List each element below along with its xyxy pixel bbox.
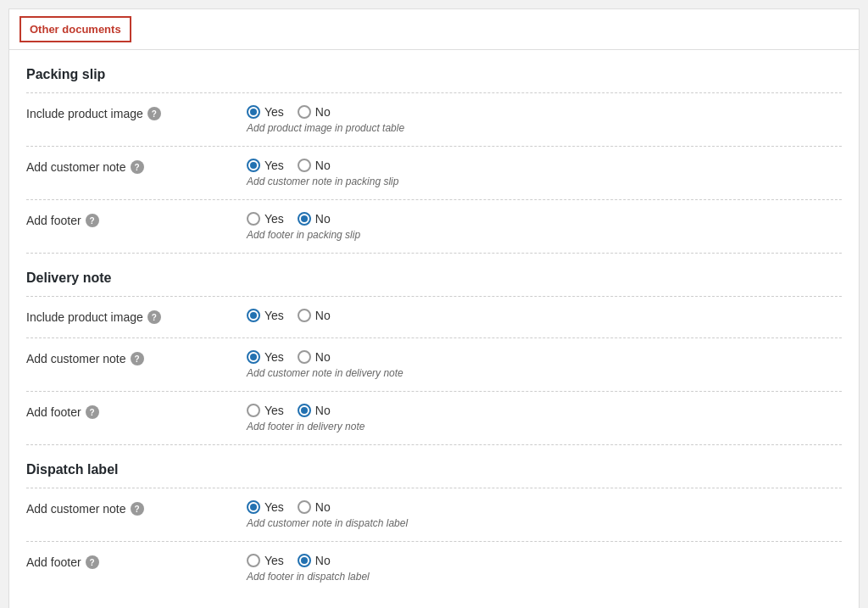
form-row-ps-include-product-image: Include product image?YesNoAdd product i… — [26, 93, 842, 147]
form-control-dn-add-footer: YesNoAdd footer in delivery note — [247, 404, 842, 432]
radio-yes-text-dl-add-customer-note: Yes — [264, 500, 284, 514]
radio-yes-ps-add-footer[interactable] — [247, 212, 260, 226]
label-text-dn-add-customer-note: Add customer note — [26, 352, 126, 365]
form-control-dl-add-footer: YesNoAdd footer in dispatch label — [247, 554, 842, 583]
radio-no-label-dn-include-product-image[interactable]: No — [298, 309, 331, 322]
hint-dl-add-footer: Add footer in dispatch label — [247, 571, 842, 583]
label-text-dl-add-customer-note: Add customer note — [26, 502, 126, 516]
form-label-ps-add-footer: Add footer? — [26, 212, 247, 227]
form-row-dn-add-customer-note: Add customer note?YesNoAdd customer note… — [26, 338, 842, 392]
hint-ps-add-customer-note: Add customer note in packing slip — [247, 176, 842, 187]
radio-no-label-dl-add-footer[interactable]: No — [298, 554, 331, 567]
radio-yes-label-ps-include-product-image[interactable]: Yes — [247, 105, 284, 119]
help-icon-ps-include-product-image[interactable]: ? — [147, 107, 161, 120]
other-documents-tab[interactable]: Other documents — [19, 16, 131, 42]
radio-yes-label-dn-add-footer[interactable]: Yes — [247, 404, 284, 417]
radio-no-text-dn-add-footer: No — [315, 404, 331, 417]
help-icon-dn-add-customer-note[interactable]: ? — [131, 352, 144, 365]
radio-no-dn-add-customer-note[interactable] — [298, 350, 311, 364]
radio-yes-dn-add-customer-note[interactable] — [247, 350, 260, 364]
radio-no-text-dl-add-customer-note: No — [315, 500, 331, 514]
help-icon-dl-add-footer[interactable]: ? — [86, 555, 99, 569]
form-row-dn-include-product-image: Include product image?YesNo — [26, 297, 842, 338]
form-label-dl-add-footer: Add footer? — [26, 554, 247, 569]
form-control-dn-add-customer-note: YesNoAdd customer note in delivery note — [247, 350, 842, 379]
label-text-ps-include-product-image: Include product image — [26, 107, 143, 120]
radio-yes-text-dn-add-footer: Yes — [264, 404, 284, 417]
radio-yes-text-dn-include-product-image: Yes — [264, 309, 284, 322]
label-text-dn-include-product-image: Include product image — [26, 310, 143, 324]
form-control-dn-include-product-image: YesNo — [247, 309, 842, 326]
radio-yes-ps-include-product-image[interactable] — [247, 105, 260, 119]
radio-yes-dl-add-customer-note[interactable] — [247, 500, 260, 514]
hint-dn-add-footer: Add footer in delivery note — [247, 421, 842, 432]
radio-yes-dn-include-product-image[interactable] — [247, 309, 260, 322]
radio-yes-label-dn-include-product-image[interactable]: Yes — [247, 309, 284, 322]
radio-no-ps-add-footer[interactable] — [298, 212, 311, 226]
radio-no-text-ps-add-footer: No — [315, 212, 331, 226]
radio-no-label-dn-add-customer-note[interactable]: No — [298, 350, 331, 364]
page-wrapper: Other documents Packing slipInclude prod… — [8, 8, 860, 608]
radio-yes-label-dl-add-customer-note[interactable]: Yes — [247, 500, 284, 514]
hint-ps-add-footer: Add footer in packing slip — [247, 229, 842, 241]
help-icon-dn-include-product-image[interactable]: ? — [147, 310, 161, 324]
help-icon-ps-add-customer-note[interactable]: ? — [131, 160, 144, 174]
label-text-dn-add-footer: Add footer — [26, 405, 81, 419]
form-row-ps-add-customer-note: Add customer note?YesNoAdd customer note… — [26, 147, 842, 200]
radio-no-ps-add-customer-note[interactable] — [298, 159, 311, 172]
section-title-dispatch-label: Dispatch label — [26, 462, 842, 477]
radio-yes-label-dl-add-footer[interactable]: Yes — [247, 554, 284, 567]
section-title-packing-slip: Packing slip — [26, 67, 842, 82]
radio-no-dl-add-footer[interactable] — [298, 554, 311, 567]
help-icon-dn-add-footer[interactable]: ? — [86, 405, 99, 419]
radio-no-label-dl-add-customer-note[interactable]: No — [298, 500, 331, 514]
form-label-dn-include-product-image: Include product image? — [26, 309, 247, 324]
form-label-dl-add-customer-note: Add customer note? — [26, 500, 247, 516]
radio-no-text-ps-add-customer-note: No — [315, 159, 331, 172]
radio-no-label-ps-add-customer-note[interactable]: No — [298, 159, 331, 172]
form-row-ps-add-footer: Add footer?YesNoAdd footer in packing sl… — [26, 200, 842, 254]
form-row-dl-add-customer-note: Add customer note?YesNoAdd customer note… — [26, 488, 842, 542]
content-area: Packing slipInclude product image?YesNoA… — [9, 50, 859, 608]
radio-no-ps-include-product-image[interactable] — [298, 105, 311, 119]
radio-yes-text-dn-add-customer-note: Yes — [264, 350, 284, 364]
radio-yes-label-ps-add-customer-note[interactable]: Yes — [247, 159, 284, 172]
form-row-dl-add-footer: Add footer?YesNoAdd footer in dispatch l… — [26, 542, 842, 594]
radio-yes-text-ps-add-customer-note: Yes — [264, 159, 284, 172]
hint-dl-add-customer-note: Add customer note in dispatch label — [247, 517, 842, 529]
form-control-ps-add-footer: YesNoAdd footer in packing slip — [247, 212, 842, 241]
radio-no-text-ps-include-product-image: No — [315, 105, 331, 119]
radio-no-text-dn-include-product-image: No — [315, 309, 331, 322]
form-label-dn-add-footer: Add footer? — [26, 404, 247, 419]
hint-dn-add-customer-note: Add customer note in delivery note — [247, 367, 842, 379]
form-control-ps-add-customer-note: YesNoAdd customer note in packing slip — [247, 159, 842, 187]
help-icon-dl-add-customer-note[interactable]: ? — [131, 502, 144, 516]
help-icon-ps-add-footer[interactable]: ? — [86, 214, 99, 227]
radio-no-label-dn-add-footer[interactable]: No — [298, 404, 331, 417]
form-label-ps-include-product-image: Include product image? — [26, 105, 247, 120]
form-row-dn-add-footer: Add footer?YesNoAdd footer in delivery n… — [26, 392, 842, 445]
radio-yes-label-ps-add-footer[interactable]: Yes — [247, 212, 284, 226]
radio-yes-text-dl-add-footer: Yes — [264, 554, 284, 567]
section-title-delivery-note: Delivery note — [26, 271, 842, 286]
radio-no-text-dl-add-footer: No — [315, 554, 331, 567]
radio-yes-dn-add-footer[interactable] — [247, 404, 260, 417]
form-label-ps-add-customer-note: Add customer note? — [26, 159, 247, 174]
radio-yes-ps-add-customer-note[interactable] — [247, 159, 260, 172]
form-label-dn-add-customer-note: Add customer note? — [26, 350, 247, 365]
hint-ps-include-product-image: Add product image in product table — [247, 122, 842, 134]
form-control-dl-add-customer-note: YesNoAdd customer note in dispatch label — [247, 500, 842, 529]
radio-yes-label-dn-add-customer-note[interactable]: Yes — [247, 350, 284, 364]
form-control-ps-include-product-image: YesNoAdd product image in product table — [247, 105, 842, 134]
label-text-dl-add-footer: Add footer — [26, 555, 81, 569]
radio-yes-dl-add-footer[interactable] — [247, 554, 260, 567]
radio-yes-text-ps-include-product-image: Yes — [264, 105, 284, 119]
radio-no-label-ps-add-footer[interactable]: No — [298, 212, 331, 226]
radio-no-label-ps-include-product-image[interactable]: No — [298, 105, 331, 119]
radio-no-dn-add-footer[interactable] — [298, 404, 311, 417]
radio-no-dn-include-product-image[interactable] — [298, 309, 311, 322]
radio-no-dl-add-customer-note[interactable] — [298, 500, 311, 514]
label-text-ps-add-footer: Add footer — [26, 214, 81, 227]
radio-yes-text-ps-add-footer: Yes — [264, 212, 284, 226]
radio-no-text-dn-add-customer-note: No — [315, 350, 331, 364]
